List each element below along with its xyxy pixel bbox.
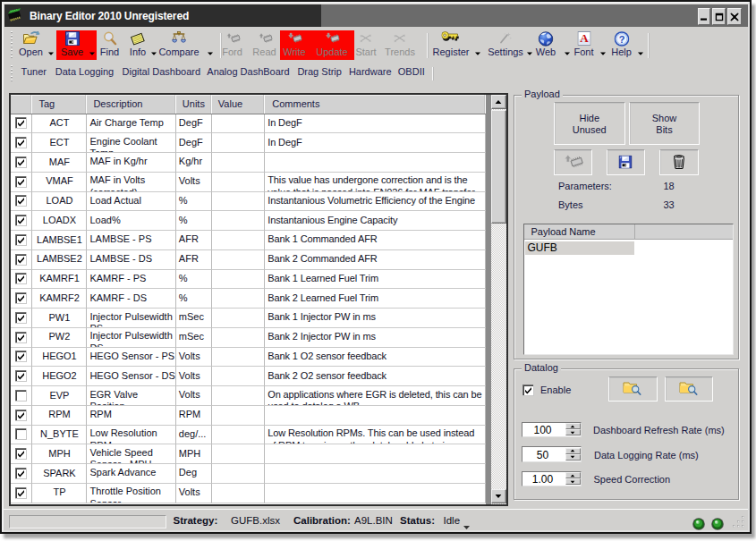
svg-text:A: A [580, 31, 589, 45]
svg-text:?: ? [618, 34, 624, 45]
